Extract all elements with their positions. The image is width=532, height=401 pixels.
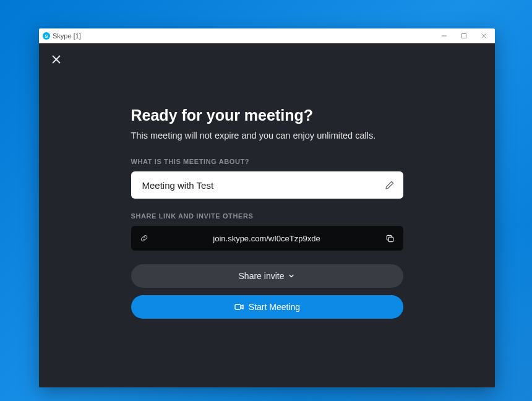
close-icon[interactable]	[51, 54, 61, 64]
share-link-field: join.skype.com/wI0ceTzp9xde	[131, 226, 403, 251]
minimize-button[interactable]	[434, 28, 454, 43]
svg-rect-7	[235, 304, 241, 309]
share-link-label: SHARE LINK AND INVITE OTHERS	[131, 212, 403, 220]
svg-rect-6	[388, 237, 393, 242]
maximize-button[interactable]	[454, 28, 474, 43]
skype-window: S Skype [1] Ready for your meeting? This…	[39, 28, 495, 387]
svg-rect-1	[462, 34, 466, 38]
meeting-name-field[interactable]	[131, 171, 403, 199]
pencil-icon[interactable]	[385, 180, 395, 190]
titlebar[interactable]: S Skype [1]	[39, 28, 495, 43]
share-invite-button[interactable]: Share invite	[131, 264, 403, 288]
window-close-button[interactable]	[474, 28, 494, 43]
window-title: Skype [1]	[53, 32, 434, 40]
window-controls	[434, 28, 494, 43]
page-heading: Ready for your meeting?	[131, 106, 403, 124]
meeting-name-input[interactable]	[142, 180, 385, 191]
start-meeting-label: Start Meeting	[249, 302, 300, 312]
share-link-text: join.skype.com/wI0ceTzp9xde	[148, 234, 385, 243]
chevron-down-icon	[288, 272, 295, 280]
copy-icon[interactable]	[385, 234, 395, 243]
share-invite-label: Share invite	[239, 271, 285, 281]
start-meeting-button[interactable]: Start Meeting	[131, 295, 403, 319]
skype-icon: S	[43, 32, 50, 40]
meeting-name-label: WHAT IS THIS MEETING ABOUT?	[131, 158, 403, 165]
video-icon	[234, 301, 245, 313]
meeting-setup-panel: Ready for your meeting? This meeting wil…	[131, 53, 403, 319]
app-body: Ready for your meeting? This meeting wil…	[39, 43, 495, 387]
link-icon	[140, 234, 148, 243]
page-subheading: This meeting will not expire and you can…	[131, 131, 403, 140]
